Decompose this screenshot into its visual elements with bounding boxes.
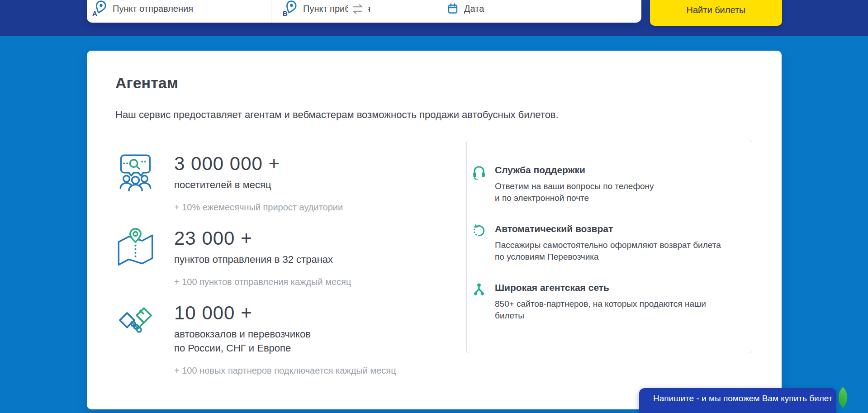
departure-input[interactable] bbox=[112, 3, 222, 14]
stat-departure-points: 23 000 + пунктов отправления в 32 страна… bbox=[116, 228, 351, 287]
chat-widget[interactable]: Напишите - и мы поможем Вам купить билет bbox=[639, 388, 836, 413]
date-field[interactable] bbox=[438, 0, 641, 23]
date-input[interactable] bbox=[463, 3, 601, 14]
handshake-icon bbox=[116, 302, 155, 341]
swap-directions-icon[interactable] bbox=[348, 2, 368, 16]
stat-partners: 10 000 + автовокзалов и перевозчиков по … bbox=[116, 302, 396, 376]
find-tickets-button[interactable]: Найти билеты bbox=[650, 0, 782, 26]
pin-b-icon: B bbox=[284, 0, 297, 17]
pin-b-letter: B bbox=[283, 9, 288, 17]
route-search-bar: A B bbox=[87, 0, 641, 23]
refresh-icon bbox=[472, 223, 486, 263]
stat-value: 10 000 + bbox=[174, 302, 396, 324]
headset-icon bbox=[472, 164, 486, 204]
feature-text: Пассажиры самостоятельно оформляют возвр… bbox=[495, 239, 721, 263]
feature-support: Служба поддержки Ответим на ваши вопросы… bbox=[472, 164, 744, 204]
chat-leaf-icon bbox=[832, 387, 854, 408]
intro-text: Наш сервис предоставляет агентам и вебма… bbox=[115, 109, 559, 121]
feature-title: Широкая агентская сеть bbox=[495, 281, 706, 294]
feature-refund-text: Автоматический возврат Пассажиры самосто… bbox=[495, 223, 721, 263]
stat-label: пунктов отправления в 32 странах bbox=[174, 252, 351, 266]
page-title: Агентам bbox=[115, 74, 178, 92]
stat-partners-text: 10 000 + автовокзалов и перевозчиков по … bbox=[174, 302, 396, 376]
stat-value: 3 000 000 + bbox=[174, 153, 343, 175]
feature-refund: Автоматический возврат Пассажиры самосто… bbox=[472, 223, 744, 263]
feature-title: Автоматический возврат bbox=[495, 223, 721, 235]
departure-field[interactable]: A bbox=[87, 0, 271, 23]
feature-network: Широкая агентская сеть 850+ сайтов-партн… bbox=[472, 281, 744, 322]
pin-a-icon: A bbox=[93, 0, 107, 17]
feature-network-text: Широкая агентская сеть 850+ сайтов-партн… bbox=[495, 281, 706, 322]
stat-note: + 100 пунктов отправления каждый месяц bbox=[174, 277, 351, 287]
stat-visitors: 3 000 000 + посетителей в месяц + 10% еж… bbox=[116, 153, 343, 213]
network-icon bbox=[472, 281, 486, 322]
map-pin-icon bbox=[116, 228, 155, 266]
pin-a-letter: A bbox=[92, 9, 97, 17]
feature-support-text: Служба поддержки Ответим на ваши вопросы… bbox=[495, 164, 654, 204]
stat-visitors-text: 3 000 000 + посетителей в месяц + 10% еж… bbox=[174, 153, 343, 213]
feature-text: Ответим на ваши вопросы по телефону и по… bbox=[495, 180, 654, 204]
feature-title: Служба поддержки bbox=[495, 164, 654, 176]
stat-note: + 100 новых партнеров подключается кажды… bbox=[174, 366, 396, 376]
stat-note: + 10% ежемесячный прирост аудитории bbox=[174, 202, 343, 213]
stat-label: автовокзалов и перевозчиков по России, С… bbox=[174, 327, 396, 355]
audience-bubble-icon bbox=[116, 153, 155, 191]
agents-card: Агентам Наш сервис предоставляет агентам… bbox=[87, 51, 782, 409]
stat-label: посетителей в месяц bbox=[174, 178, 343, 192]
calendar-icon bbox=[447, 3, 458, 15]
features-panel: Служба поддержки Ответим на ваши вопросы… bbox=[466, 140, 752, 353]
stat-departure-text: 23 000 + пунктов отправления в 32 страна… bbox=[174, 228, 351, 287]
stat-value: 23 000 + bbox=[174, 228, 351, 249]
feature-text: 850+ сайтов-партнеров, на которых продаю… bbox=[495, 298, 706, 322]
chat-message: Напишите - и мы поможем Вам купить билет bbox=[653, 394, 832, 403]
